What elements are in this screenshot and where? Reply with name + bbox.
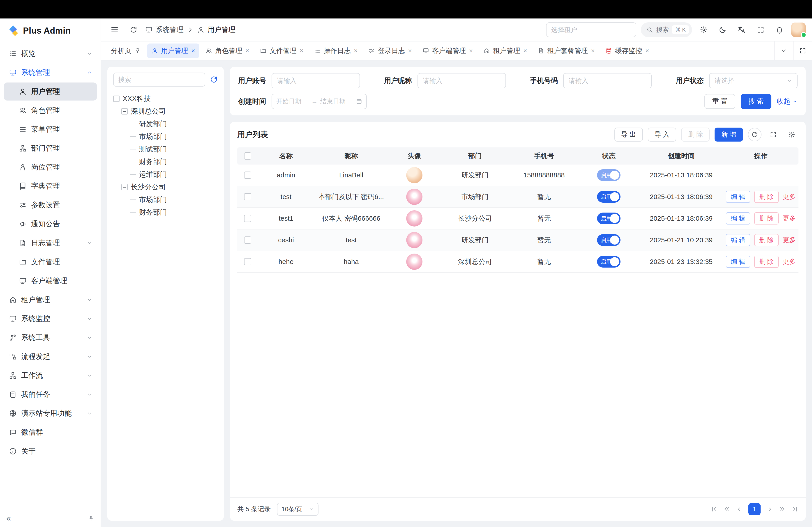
close-icon[interactable]: × (191, 48, 195, 54)
close-icon[interactable]: × (523, 48, 527, 54)
search-button[interactable]: 搜 索 (741, 94, 771, 109)
tenant-select-input[interactable] (546, 22, 636, 37)
export-button[interactable]: 导 出 (614, 127, 643, 141)
user-avatar[interactable] (791, 22, 806, 37)
table-settings-icon[interactable] (785, 128, 798, 141)
prev-page-icon[interactable] (736, 506, 742, 513)
refresh-icon[interactable] (126, 22, 141, 37)
tree-collapse-icon[interactable] (113, 95, 119, 102)
status-toggle[interactable]: 启用 (597, 256, 621, 268)
account-input[interactable] (272, 73, 360, 88)
tab-client-management[interactable]: 客户端管理 × (418, 44, 477, 58)
sidebar-item-system-tools[interactable]: 系统工具 (4, 329, 97, 347)
row-checkbox[interactable] (244, 258, 251, 265)
more-link[interactable]: 更多 (783, 257, 796, 266)
row-checkbox[interactable] (244, 215, 251, 222)
prev-5-pages-icon[interactable] (723, 506, 730, 513)
phone-input[interactable] (563, 73, 652, 88)
table-refresh-icon[interactable] (748, 128, 762, 141)
pin-icon[interactable] (134, 48, 141, 54)
edit-button[interactable]: 编 辑 (726, 191, 750, 203)
page-size-select[interactable]: 10条/页 (277, 503, 318, 516)
tab-cache-monitor[interactable]: 缓存监控 × (601, 44, 653, 58)
close-icon[interactable]: × (469, 48, 473, 54)
row-checkbox[interactable] (244, 237, 251, 244)
tab-file-management[interactable]: 文件管理 × (256, 44, 308, 58)
date-start-input[interactable] (276, 98, 308, 105)
tree-node-leaf[interactable]: 财务部门 (113, 155, 218, 168)
sidebar-item-client-management[interactable]: 客户端管理 (4, 272, 97, 290)
sidebar-item-dept-management[interactable]: 部门管理 (4, 139, 97, 157)
language-icon[interactable] (735, 22, 749, 37)
tab-user-management[interactable]: 用户管理 × (147, 44, 199, 58)
more-link[interactable]: 更多 (783, 192, 796, 201)
sidebar-collapse-icon[interactable]: « (6, 514, 11, 523)
row-delete-button[interactable]: 删 除 (754, 212, 779, 225)
row-checkbox[interactable] (244, 171, 251, 179)
sidebar-item-workflow[interactable]: 工作流 (4, 366, 97, 385)
sidebar-item-dict-management[interactable]: 字典管理 (4, 177, 97, 195)
hamburger-menu-icon[interactable] (107, 22, 122, 37)
edit-button[interactable]: 编 辑 (726, 256, 750, 268)
edit-button[interactable]: 编 辑 (726, 212, 750, 225)
sidebar-item-wechat-group[interactable]: 微信群 (4, 423, 97, 441)
row-delete-button[interactable]: 删 除 (754, 256, 779, 268)
close-icon[interactable]: × (300, 48, 303, 54)
tree-node-leaf[interactable]: 研发部门 (113, 118, 218, 130)
tab-operation-log[interactable]: 操作日志 × (310, 44, 362, 58)
table-fullscreen-icon[interactable] (766, 128, 780, 141)
tree-node-leaf[interactable]: 测试部门 (113, 143, 218, 155)
close-icon[interactable]: × (408, 48, 412, 54)
fullscreen-icon[interactable] (753, 22, 768, 37)
tree-collapse-icon[interactable] (121, 184, 128, 190)
tab-login-log[interactable]: 登录日志 × (364, 44, 416, 58)
close-icon[interactable]: × (354, 48, 358, 54)
collapse-filters-link[interactable]: 收起 (777, 97, 798, 106)
sidebar-item-role-management[interactable]: 角色管理 (4, 102, 97, 119)
select-all-checkbox[interactable] (244, 152, 251, 160)
sidebar-item-process-start[interactable]: 流程发起 (4, 348, 97, 366)
import-button[interactable]: 导 入 (648, 127, 676, 141)
sidebar-item-tenant-management[interactable]: 租户管理 (4, 291, 97, 309)
sidebar-item-notice[interactable]: 通知公告 (4, 215, 97, 233)
sidebar-item-demo-features[interactable]: 演示站专用功能 (4, 404, 97, 422)
delete-button[interactable]: 删 除 (681, 127, 710, 141)
global-search-button[interactable]: 搜索 ⌘ K (641, 22, 692, 37)
sidebar-item-user-management[interactable]: 用户管理 (4, 82, 97, 101)
add-button[interactable]: 新 增 (714, 127, 743, 141)
date-end-input[interactable] (320, 98, 353, 105)
sidebar-item-about[interactable]: 关于 (4, 442, 97, 460)
sidebar-item-file-management[interactable]: 文件管理 (4, 253, 97, 271)
tree-node-leaf[interactable]: 财务部门 (113, 206, 218, 219)
sidebar-item-system-management[interactable]: 系统管理 (4, 63, 97, 81)
status-toggle[interactable]: 启用 (597, 234, 621, 246)
status-toggle[interactable]: 启用 (597, 169, 621, 181)
sidebar-item-my-tasks[interactable]: 我的任务 (4, 386, 97, 404)
status-select[interactable]: 请选择 (709, 73, 798, 88)
tree-node-leaf[interactable]: 市场部门 (113, 193, 218, 206)
notification-bell-icon[interactable] (772, 22, 787, 37)
nickname-input[interactable] (418, 73, 506, 88)
tab-tenant-management[interactable]: 租户管理 × (479, 44, 532, 58)
more-link[interactable]: 更多 (783, 236, 796, 244)
row-checkbox[interactable] (244, 193, 251, 200)
close-icon[interactable]: × (645, 48, 649, 54)
first-page-icon[interactable] (710, 506, 717, 513)
edit-button[interactable]: 编 辑 (726, 234, 750, 246)
date-range-picker[interactable]: → (272, 94, 367, 109)
tab-analysis[interactable]: 分析页 (106, 44, 145, 58)
tree-refresh-icon[interactable] (210, 76, 218, 84)
sidebar-item-menu-management[interactable]: 菜单管理 (4, 120, 97, 138)
sidebar-item-overview[interactable]: 概览 (4, 45, 97, 63)
pin-icon[interactable] (88, 515, 94, 522)
tree-node-branch[interactable]: 长沙分公司 (113, 181, 218, 193)
next-page-icon[interactable] (766, 506, 773, 513)
tree-collapse-icon[interactable] (121, 108, 128, 115)
tree-node-leaf[interactable]: 市场部门 (113, 130, 218, 143)
sidebar-item-system-monitor[interactable]: 系统监控 (4, 310, 97, 328)
breadcrumb-root[interactable]: 系统管理 (156, 25, 184, 34)
current-page[interactable]: 1 (749, 503, 760, 515)
row-delete-button[interactable]: 删 除 (754, 234, 779, 246)
reset-button[interactable]: 重 置 (705, 94, 735, 109)
tab-tenant-package[interactable]: 租户套餐管理 × (534, 44, 599, 58)
